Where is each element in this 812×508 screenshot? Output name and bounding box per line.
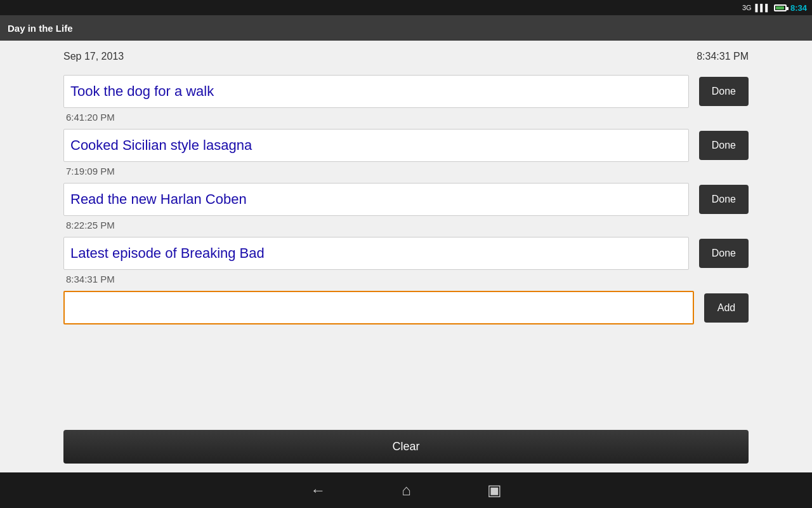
entry-text-1: Took the dog for a walk bbox=[70, 83, 214, 99]
entry-row: Read the new Harlan Coben Done bbox=[63, 183, 749, 216]
add-button[interactable]: Add bbox=[704, 293, 749, 323]
status-time: 8:34 bbox=[790, 3, 807, 13]
entry-timestamp-1: 6:41:20 PM bbox=[66, 112, 749, 123]
entry-row: Latest episode of Breaking Bad Done bbox=[63, 237, 749, 270]
entry-text-2: Cooked Sicilian style lasagna bbox=[70, 137, 252, 153]
app-title: Day in the Life bbox=[8, 23, 73, 34]
done-button-3[interactable]: Done bbox=[699, 185, 749, 214]
done-button-4[interactable]: Done bbox=[699, 239, 749, 268]
entry-text-4: Latest episode of Breaking Bad bbox=[70, 245, 265, 261]
back-icon[interactable]: ← bbox=[310, 481, 325, 499]
done-button-2[interactable]: Done bbox=[699, 131, 749, 160]
header-row: Sep 17, 2013 8:34:31 PM bbox=[63, 51, 749, 62]
status-bar: 3G ▌▌▌ 8:34 bbox=[0, 0, 812, 15]
entry-box-4: Latest episode of Breaking Bad bbox=[63, 237, 689, 270]
entry-timestamp-2: 7:19:09 PM bbox=[66, 166, 749, 177]
clear-section: Clear bbox=[0, 424, 812, 472]
new-entry-row: Add bbox=[63, 291, 749, 324]
nav-bar: ← ⌂ ▣ bbox=[0, 472, 812, 508]
title-bar: Day in the Life bbox=[0, 15, 812, 41]
entry-box-1: Took the dog for a walk bbox=[63, 75, 689, 108]
main-content: Sep 17, 2013 8:34:31 PM Took the dog for… bbox=[0, 41, 812, 424]
battery-container bbox=[774, 4, 787, 12]
done-button-1[interactable]: Done bbox=[699, 77, 749, 106]
home-icon[interactable]: ⌂ bbox=[402, 481, 411, 499]
clear-button[interactable]: Clear bbox=[63, 430, 749, 464]
date-display: Sep 17, 2013 bbox=[63, 51, 124, 62]
entry-row: Cooked Sicilian style lasagna Done bbox=[63, 129, 749, 162]
entry-box-2: Cooked Sicilian style lasagna bbox=[63, 129, 689, 162]
entry-text-3: Read the new Harlan Coben bbox=[70, 191, 247, 207]
entry-timestamp-4: 8:34:31 PM bbox=[66, 274, 749, 284]
network-indicator: 3G bbox=[742, 4, 752, 11]
time-display: 8:34:31 PM bbox=[697, 51, 749, 62]
entry-timestamp-3: 8:22:25 PM bbox=[66, 220, 749, 231]
entry-box-3: Read the new Harlan Coben bbox=[63, 183, 689, 216]
signal-icon: ▌▌▌ bbox=[756, 4, 770, 11]
new-entry-input[interactable] bbox=[63, 291, 694, 324]
entry-row: Took the dog for a walk Done bbox=[63, 75, 749, 108]
recents-icon[interactable]: ▣ bbox=[487, 481, 502, 499]
